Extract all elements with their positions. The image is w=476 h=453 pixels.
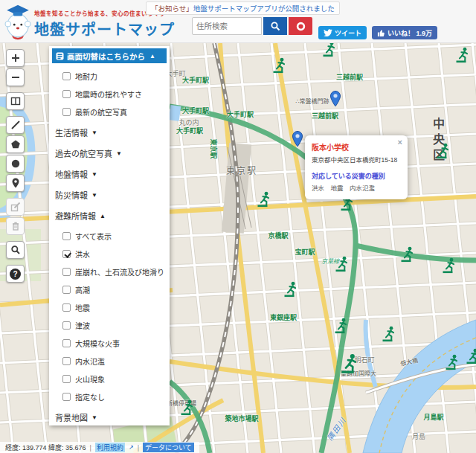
toolbar-add-marker-button[interactable] [6,174,25,192]
toolbar-draw-polygon-button[interactable] [6,135,25,153]
evacuation-shelter-marker[interactable] [179,399,196,419]
evacuation-shelter-marker[interactable] [435,143,451,162]
checkbox[interactable] [62,90,71,98]
panel-section-row[interactable]: 生活情報▼ [55,126,165,138]
checkbox[interactable] [62,286,71,294]
toolbar-draw-circle-button[interactable] [6,155,25,173]
shelter-popup: × 阪本小学校 東京都中央区日本橋兜町15-18 対応している災害の種別 洪水 … [305,135,408,199]
reset-button[interactable] [289,17,312,35]
section-label: 過去の航空写真 [55,147,112,159]
status-bar: 経度: 139.774 緯度: 35.676 | 利用規約 ↗ | データについ… [0,442,199,453]
reset-icon [296,22,306,31]
notice-link[interactable]: 地盤サポートマップアプリが公開されました [193,4,335,13]
disaster-types: 洪水 地震 内水氾濫 [312,183,401,192]
evacuation-shelter-marker[interactable] [381,326,397,345]
checkbox-label: 指定なし [75,391,105,402]
edit-icon [10,201,22,213]
toolbar-measure-button[interactable] [6,116,25,134]
checkbox-label: 崖崩れ、土石流及び地滑り [75,266,164,277]
draw-circle-icon [10,158,22,170]
checkbox-label: 地震時の揺れやすさ [75,89,142,100]
panel-section-row[interactable]: 避難所情報▲ [55,210,165,222]
evacuation-shelter-marker[interactable] [339,353,360,377]
popup-close-button[interactable]: × [398,138,402,147]
evacuation-shelter-marker[interactable] [465,348,476,367]
checkbox[interactable] [62,321,71,330]
terms-link[interactable]: 利用規約 [95,443,125,452]
panel-section-row[interactable]: 防災情報▼ [55,189,165,201]
toolbar-zoom-out-button[interactable] [6,68,25,86]
zoom-out-icon [10,71,22,83]
notice-prefix: 「お知らせ」 [151,4,193,13]
evacuation-shelter-marker[interactable] [271,57,288,77]
checkbox-label: 火山現象 [75,373,105,385]
map-pin[interactable] [292,131,303,150]
evacuation-shelter-marker[interactable] [321,43,338,60]
toolbar-map-search-button[interactable] [6,241,25,259]
map-area: 大手町大手町駅大手町駅大手町駅丸の内大手町駅東京駅東京駅三越前駅三越前駅∴常盤橋… [0,43,476,453]
checkbox[interactable] [62,339,71,347]
section-label: 生活情報 [55,126,88,138]
checkbox-label: 高潮 [75,284,90,295]
checkbox[interactable] [62,232,71,240]
coordinates: 経度: 139.774 緯度: 35.676 [5,443,86,452]
search-button[interactable] [263,17,287,35]
about-data-link[interactable]: データについて [143,443,194,452]
checkbox[interactable] [62,375,71,383]
panel-section-row[interactable]: 地盤情報▼ [55,168,165,180]
panel-checkbox-row: 大規模な火事 [62,338,165,349]
delete-icon [10,220,22,232]
panel-checkbox-row: 最新の航空写真 [62,106,165,118]
evacuation-shelter-marker[interactable] [399,246,416,266]
separator: | [90,444,91,452]
map-search-icon [10,244,22,256]
draw-polygon-icon [10,138,22,150]
section-label: 防災情報 [55,189,88,201]
evacuation-shelter-marker[interactable] [334,256,350,275]
section-arrow-icon: ▼ [91,171,97,178]
shelter-address: 東京都中央区日本橋兜町15-18 [312,155,401,164]
panel-section-row[interactable]: 過去の航空写真▼ [55,147,165,159]
panel-checkbox-row: 高潮 [62,284,165,295]
section-label: 地盤情報 [55,168,88,180]
checkbox[interactable] [62,303,71,312]
toolbar-zoom-in-button[interactable] [6,49,25,67]
checkbox-label: すべて表示 [75,231,112,242]
toolbar-split-view-button[interactable] [6,92,25,110]
like-button[interactable]: いいね！ 1.9万 [372,26,437,39]
section-label: 避難所情報 [55,210,96,222]
screen-switch-icon [56,52,64,60]
checkbox[interactable] [62,268,71,276]
toolbar-delete-button [6,217,25,235]
section-arrow-icon: ▼ [91,129,97,136]
evacuation-shelter-marker[interactable] [333,318,350,337]
tweet-button[interactable]: ツイート [318,26,367,39]
app-window: 地盤を知ることから始まる、安心の住まいづくり 地盤サポートマップ 「お知らせ」地… [0,0,476,453]
section-arrow-icon: ▲ [100,213,106,219]
address-search-input[interactable] [192,17,262,35]
panel-header[interactable]: 画面切替はこちらから ▲ [52,48,167,63]
checkbox[interactable] [62,72,71,80]
section-label: 背景地図 [55,411,88,423]
panel-checkbox-row: 火山現象 [62,373,165,385]
map-toolbar: ? [6,49,25,284]
panel-checkbox-row: 内水氾濫 [62,356,165,367]
toolbar-help-button[interactable]: ? [6,265,25,283]
evacuation-shelter-marker[interactable] [454,47,471,66]
map-pin[interactable] [330,91,341,110]
checkbox[interactable] [62,357,71,365]
checkbox-label: 津波 [75,320,90,331]
evacuation-shelter-marker[interactable] [441,257,457,277]
checkbox[interactable] [62,250,71,258]
panel-section-row[interactable]: 背景地図▼ [55,411,165,423]
panel-checkbox-row: すべて表示 [62,231,165,242]
thumbs-up-icon [377,29,385,37]
evacuation-shelter-marker[interactable] [256,191,272,211]
layer-panel: 画面切替はこちらから ▲ 地耐力地震時の揺れやすさ最新の航空写真生活情報▼過去の… [49,46,170,425]
panel-header-label: 画面切替はこちらから [67,51,145,62]
checkbox[interactable] [62,393,71,401]
evacuation-shelter-marker[interactable] [444,354,460,373]
evacuation-shelter-marker[interactable] [283,281,299,301]
checkbox-label: 洪水 [75,248,90,260]
checkbox[interactable] [62,108,71,116]
